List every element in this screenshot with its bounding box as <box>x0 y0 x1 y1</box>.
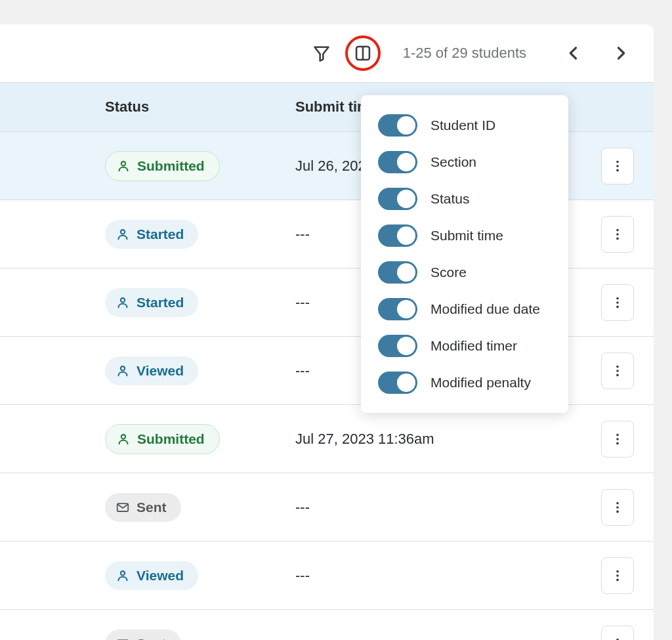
toolbar: 1-25 of 29 students <box>0 24 654 82</box>
envelope-icon <box>116 500 130 515</box>
funnel-icon <box>312 44 331 62</box>
svg-point-7 <box>121 230 125 234</box>
table-row[interactable]: Sent--- <box>0 610 654 640</box>
toggle-knob <box>397 300 415 318</box>
toggle-switch[interactable] <box>378 151 417 173</box>
svg-point-17 <box>616 370 619 372</box>
kebab-icon <box>610 637 625 641</box>
column-toggle-item: Status <box>361 181 568 217</box>
status-badge: Viewed <box>105 561 198 590</box>
row-menu-button[interactable] <box>601 557 634 594</box>
toggle-switch[interactable] <box>378 298 417 320</box>
chevron-left-icon <box>564 44 583 62</box>
status-cell: Started <box>0 288 295 317</box>
toggle-knob <box>397 263 415 282</box>
table-row[interactable]: Sent--- <box>0 473 654 542</box>
person-icon <box>116 568 130 583</box>
prev-page-button[interactable] <box>560 40 587 66</box>
actions-cell <box>595 626 634 641</box>
svg-point-21 <box>616 438 619 440</box>
students-panel: 1-25 of 29 students Status Submit time S… <box>0 24 654 640</box>
kebab-icon <box>610 500 625 515</box>
column-toggle-label: Section <box>430 154 476 170</box>
filter-button[interactable] <box>308 40 335 66</box>
submit-time-cell: Jul 27, 2023 11:36am <box>295 431 595 448</box>
toggle-knob <box>397 226 415 245</box>
columns-button-highlight <box>345 35 381 71</box>
row-menu-button[interactable] <box>601 148 634 184</box>
submit-time-cell: --- <box>295 499 595 516</box>
status-badge: Sent <box>105 493 181 522</box>
status-cell: Viewed <box>0 356 295 385</box>
columns-button[interactable] <box>351 41 375 65</box>
column-toggle-item: Score <box>361 254 568 291</box>
row-menu-button[interactable] <box>601 216 634 253</box>
actions-cell <box>595 352 634 389</box>
row-menu-button[interactable] <box>601 489 634 526</box>
row-menu-button[interactable] <box>601 626 634 641</box>
column-toggle-label: Student ID <box>430 117 495 133</box>
status-cell: Submitted <box>0 151 295 181</box>
toggle-knob <box>397 116 415 135</box>
table-row[interactable]: Viewed--- <box>0 542 654 610</box>
submit-time-cell: --- <box>295 635 595 641</box>
toggle-switch[interactable] <box>378 224 417 247</box>
submit-time-cell: --- <box>295 567 595 584</box>
column-toggle-label: Modified penalty <box>430 375 531 391</box>
kebab-icon <box>610 364 625 378</box>
kebab-icon <box>610 568 625 583</box>
status-badge: Submitted <box>105 424 220 454</box>
status-cell: Sent <box>0 493 295 522</box>
actions-cell <box>595 148 634 184</box>
actions-cell <box>595 489 634 526</box>
column-toggle-item: Modified due date <box>361 291 568 328</box>
kebab-icon <box>610 227 625 242</box>
toggle-switch[interactable] <box>378 335 417 357</box>
svg-point-24 <box>616 501 619 504</box>
columns-dropdown: Student IDSectionStatusSubmit timeScoreM… <box>361 95 568 413</box>
toggle-switch[interactable] <box>378 261 417 284</box>
column-toggle-item: Modified timer <box>361 328 568 364</box>
table-row[interactable]: SubmittedJul 27, 2023 11:36am <box>0 405 654 473</box>
svg-point-14 <box>616 305 619 308</box>
pagination-nav <box>560 40 634 66</box>
column-toggle-label: Score <box>430 265 467 280</box>
status-cell: Submitted <box>0 424 295 454</box>
columns-icon <box>354 44 372 62</box>
svg-point-15 <box>121 366 125 370</box>
row-menu-button[interactable] <box>601 284 634 321</box>
column-toggle-label: Submit time <box>430 228 503 244</box>
svg-point-28 <box>616 570 619 572</box>
row-menu-button[interactable] <box>601 421 634 458</box>
column-toggle-item: Student ID <box>361 107 568 144</box>
toggle-switch[interactable] <box>378 372 417 394</box>
pagination-label: 1-25 of 29 students <box>403 45 526 62</box>
column-toggle-item: Section <box>361 144 568 181</box>
svg-point-13 <box>616 301 619 304</box>
svg-point-12 <box>616 297 619 299</box>
status-cell: Sent <box>0 629 295 641</box>
kebab-icon <box>610 159 625 173</box>
status-label: Submitted <box>137 431 205 447</box>
actions-cell <box>595 216 634 253</box>
svg-point-11 <box>121 298 125 302</box>
row-menu-button[interactable] <box>601 352 634 389</box>
chevron-right-icon <box>612 44 630 62</box>
toggle-knob <box>397 153 415 171</box>
toggle-switch[interactable] <box>378 188 417 210</box>
column-toggle-item: Modified penalty <box>361 364 568 401</box>
next-page-button[interactable] <box>608 40 634 66</box>
status-badge: Viewed <box>105 356 198 385</box>
svg-point-10 <box>616 237 619 240</box>
svg-point-29 <box>616 574 619 577</box>
column-toggle-label: Modified timer <box>430 338 517 354</box>
person-icon <box>116 295 130 310</box>
toggle-switch[interactable] <box>378 114 417 137</box>
person-icon <box>116 159 131 173</box>
status-badge: Started <box>105 220 198 249</box>
svg-point-16 <box>616 365 619 368</box>
svg-marker-0 <box>314 47 328 61</box>
actions-cell <box>595 557 634 594</box>
svg-point-4 <box>616 160 619 163</box>
header-status[interactable]: Status <box>0 98 190 116</box>
